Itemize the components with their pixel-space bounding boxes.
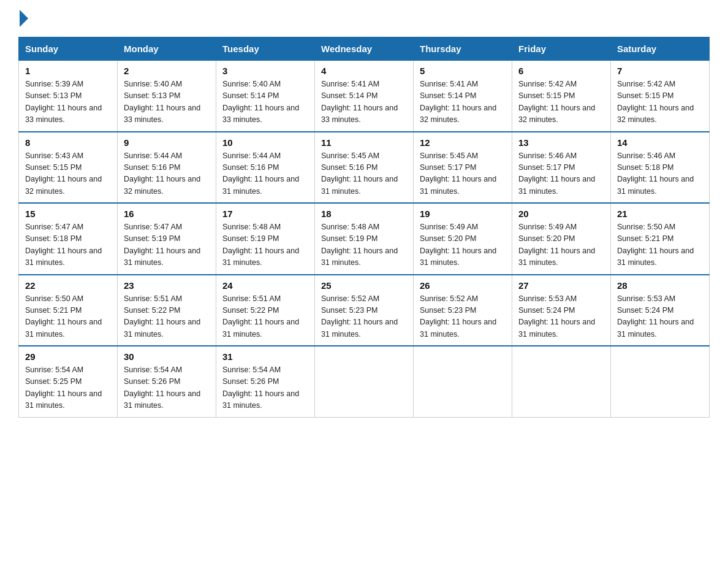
calendar-cell: 6 Sunrise: 5:42 AM Sunset: 5:15 PM Dayli… xyxy=(512,61,611,132)
day-info: Sunrise: 5:52 AM Sunset: 5:23 PM Dayligh… xyxy=(321,293,407,341)
calendar-week-row: 22 Sunrise: 5:50 AM Sunset: 5:21 PM Dayl… xyxy=(19,275,710,347)
column-header-sunday: Sunday xyxy=(19,37,118,61)
sunrise-label: Sunrise: 5:50 AM xyxy=(25,294,83,303)
sunrise-label: Sunrise: 5:51 AM xyxy=(222,294,281,303)
sunset-label: Sunset: 5:16 PM xyxy=(124,163,180,172)
day-number: 31 xyxy=(222,351,308,362)
day-info: Sunrise: 5:42 AM Sunset: 5:15 PM Dayligh… xyxy=(518,79,604,126)
daylight-label: Daylight: 11 hours and 31 minutes. xyxy=(222,389,299,410)
daylight-label: Daylight: 11 hours and 32 minutes. xyxy=(124,175,200,195)
day-info: Sunrise: 5:40 AM Sunset: 5:14 PM Dayligh… xyxy=(222,79,308,126)
calendar-header-row: SundayMondayTuesdayWednesdayThursdayFrid… xyxy=(19,37,710,61)
daylight-label: Daylight: 11 hours and 31 minutes. xyxy=(222,247,299,267)
day-number: 16 xyxy=(124,209,210,219)
sunrise-label: Sunrise: 5:47 AM xyxy=(124,223,182,231)
daylight-label: Daylight: 11 hours and 31 minutes. xyxy=(518,247,595,267)
calendar-body: 1 Sunrise: 5:39 AM Sunset: 5:13 PM Dayli… xyxy=(19,61,710,418)
calendar-cell xyxy=(611,346,710,417)
sunset-label: Sunset: 5:22 PM xyxy=(222,306,279,315)
sunrise-label: Sunrise: 5:46 AM xyxy=(617,151,675,160)
calendar-cell: 12 Sunrise: 5:45 AM Sunset: 5:17 PM Dayl… xyxy=(414,132,512,204)
sunrise-label: Sunrise: 5:54 AM xyxy=(25,366,83,374)
day-number: 18 xyxy=(321,209,407,219)
daylight-label: Daylight: 11 hours and 31 minutes. xyxy=(25,318,102,338)
sunset-label: Sunset: 5:23 PM xyxy=(321,306,377,315)
daylight-label: Daylight: 11 hours and 33 minutes. xyxy=(25,104,102,124)
daylight-label: Daylight: 11 hours and 31 minutes. xyxy=(617,247,694,267)
day-info: Sunrise: 5:46 AM Sunset: 5:18 PM Dayligh… xyxy=(617,150,703,198)
day-number: 30 xyxy=(124,351,210,362)
daylight-label: Daylight: 11 hours and 31 minutes. xyxy=(124,247,200,267)
day-info: Sunrise: 5:49 AM Sunset: 5:20 PM Dayligh… xyxy=(518,221,604,269)
column-header-wednesday: Wednesday xyxy=(315,37,414,61)
sunset-label: Sunset: 5:26 PM xyxy=(124,377,180,386)
sunrise-label: Sunrise: 5:53 AM xyxy=(518,294,577,303)
daylight-label: Daylight: 11 hours and 31 minutes. xyxy=(124,389,200,410)
day-number: 9 xyxy=(124,137,210,148)
day-info: Sunrise: 5:39 AM Sunset: 5:13 PM Dayligh… xyxy=(25,79,111,126)
column-header-friday: Friday xyxy=(512,37,611,61)
day-info: Sunrise: 5:41 AM Sunset: 5:14 PM Dayligh… xyxy=(321,79,407,126)
sunset-label: Sunset: 5:19 PM xyxy=(222,234,279,243)
calendar-cell: 30 Sunrise: 5:54 AM Sunset: 5:26 PM Dayl… xyxy=(118,346,216,417)
calendar-week-row: 8 Sunrise: 5:43 AM Sunset: 5:15 PM Dayli… xyxy=(19,132,710,204)
sunset-label: Sunset: 5:14 PM xyxy=(420,91,476,100)
sunrise-label: Sunrise: 5:52 AM xyxy=(321,294,379,303)
daylight-label: Daylight: 11 hours and 31 minutes. xyxy=(420,175,496,195)
calendar-cell: 24 Sunrise: 5:51 AM Sunset: 5:22 PM Dayl… xyxy=(216,275,315,347)
day-info: Sunrise: 5:44 AM Sunset: 5:16 PM Dayligh… xyxy=(124,150,210,198)
calendar-week-row: 1 Sunrise: 5:39 AM Sunset: 5:13 PM Dayli… xyxy=(19,61,710,132)
daylight-label: Daylight: 11 hours and 32 minutes. xyxy=(518,104,595,124)
sunrise-label: Sunrise: 5:52 AM xyxy=(420,294,478,303)
sunrise-label: Sunrise: 5:50 AM xyxy=(617,223,675,231)
day-number: 8 xyxy=(25,137,111,148)
daylight-label: Daylight: 11 hours and 31 minutes. xyxy=(518,175,595,195)
calendar-cell: 27 Sunrise: 5:53 AM Sunset: 5:24 PM Dayl… xyxy=(512,275,611,347)
sunset-label: Sunset: 5:17 PM xyxy=(518,163,575,172)
page-header xyxy=(18,12,710,25)
calendar-cell: 15 Sunrise: 5:47 AM Sunset: 5:18 PM Dayl… xyxy=(19,203,118,275)
daylight-label: Daylight: 11 hours and 31 minutes. xyxy=(617,175,694,195)
daylight-label: Daylight: 11 hours and 31 minutes. xyxy=(25,389,102,410)
sunrise-label: Sunrise: 5:40 AM xyxy=(124,80,182,88)
day-info: Sunrise: 5:44 AM Sunset: 5:16 PM Dayligh… xyxy=(222,150,308,198)
column-header-monday: Monday xyxy=(118,37,216,61)
day-info: Sunrise: 5:43 AM Sunset: 5:15 PM Dayligh… xyxy=(25,150,111,198)
sunset-label: Sunset: 5:24 PM xyxy=(617,306,673,315)
sunrise-label: Sunrise: 5:47 AM xyxy=(25,223,83,231)
daylight-label: Daylight: 11 hours and 31 minutes. xyxy=(321,247,398,267)
day-info: Sunrise: 5:48 AM Sunset: 5:19 PM Dayligh… xyxy=(321,221,407,269)
day-info: Sunrise: 5:52 AM Sunset: 5:23 PM Dayligh… xyxy=(420,293,506,341)
calendar-week-row: 29 Sunrise: 5:54 AM Sunset: 5:25 PM Dayl… xyxy=(19,346,710,417)
day-number: 2 xyxy=(124,66,210,76)
daylight-label: Daylight: 11 hours and 31 minutes. xyxy=(518,318,595,338)
calendar-cell: 14 Sunrise: 5:46 AM Sunset: 5:18 PM Dayl… xyxy=(611,132,710,204)
sunrise-label: Sunrise: 5:41 AM xyxy=(420,80,478,88)
day-info: Sunrise: 5:53 AM Sunset: 5:24 PM Dayligh… xyxy=(518,293,604,341)
calendar-cell: 28 Sunrise: 5:53 AM Sunset: 5:24 PM Dayl… xyxy=(611,275,710,347)
sunrise-label: Sunrise: 5:49 AM xyxy=(420,223,478,231)
day-number: 20 xyxy=(518,209,604,219)
calendar-cell: 31 Sunrise: 5:54 AM Sunset: 5:26 PM Dayl… xyxy=(216,346,315,417)
sunrise-label: Sunrise: 5:45 AM xyxy=(420,151,478,160)
calendar-cell xyxy=(315,346,414,417)
daylight-label: Daylight: 11 hours and 31 minutes. xyxy=(25,247,102,267)
sunset-label: Sunset: 5:20 PM xyxy=(518,234,575,243)
day-number: 26 xyxy=(420,280,506,291)
daylight-label: Daylight: 11 hours and 32 minutes. xyxy=(25,175,102,195)
sunrise-label: Sunrise: 5:48 AM xyxy=(321,223,379,231)
day-number: 13 xyxy=(518,137,604,148)
day-info: Sunrise: 5:42 AM Sunset: 5:15 PM Dayligh… xyxy=(617,79,703,126)
sunrise-label: Sunrise: 5:41 AM xyxy=(321,80,379,88)
day-info: Sunrise: 5:54 AM Sunset: 5:26 PM Dayligh… xyxy=(124,364,210,412)
day-info: Sunrise: 5:40 AM Sunset: 5:13 PM Dayligh… xyxy=(124,79,210,126)
daylight-label: Daylight: 11 hours and 33 minutes. xyxy=(124,104,200,124)
day-number: 4 xyxy=(321,66,407,76)
day-number: 25 xyxy=(321,280,407,291)
sunset-label: Sunset: 5:22 PM xyxy=(124,306,180,315)
day-info: Sunrise: 5:46 AM Sunset: 5:17 PM Dayligh… xyxy=(518,150,604,198)
daylight-label: Daylight: 11 hours and 33 minutes. xyxy=(222,104,299,124)
column-header-thursday: Thursday xyxy=(414,37,512,61)
calendar-table: SundayMondayTuesdayWednesdayThursdayFrid… xyxy=(18,37,710,418)
logo-arrow-icon xyxy=(20,10,28,27)
